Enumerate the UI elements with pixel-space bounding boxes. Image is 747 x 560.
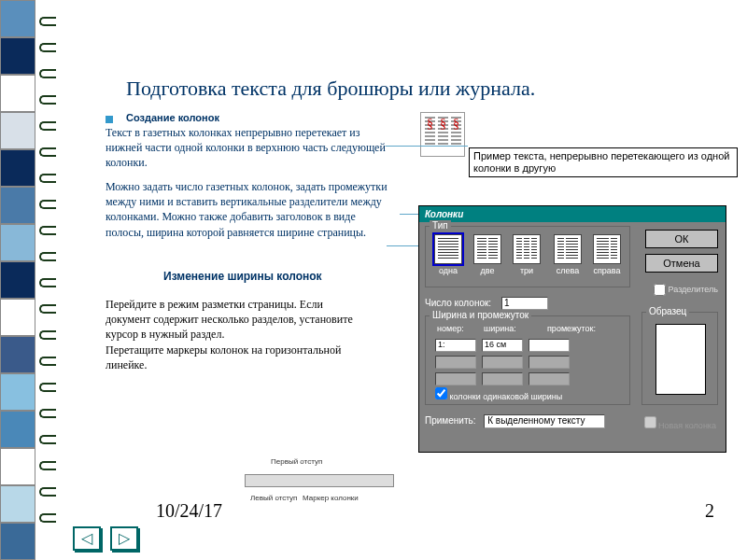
footer-page-number: 2 bbox=[705, 500, 714, 522]
wp-gap-2 bbox=[529, 356, 570, 369]
wp-width-3 bbox=[482, 372, 523, 385]
num-columns-label: Число колонок: bbox=[425, 298, 491, 308]
spiral-binding bbox=[39, 0, 58, 560]
subheading-1: Создание колонок bbox=[126, 112, 219, 123]
new-column-checkbox: Новая колонка bbox=[644, 416, 716, 430]
wp-width-2 bbox=[482, 356, 523, 369]
num-columns-row: Число колонок: 1 bbox=[425, 297, 548, 310]
col-opt-right[interactable]: справа bbox=[590, 234, 624, 275]
apply-label: Применить: bbox=[425, 415, 475, 426]
footer-date: 10/24/17 bbox=[156, 500, 222, 522]
sample-page-icon bbox=[655, 324, 706, 395]
col-opt-left[interactable]: слева bbox=[551, 234, 585, 275]
column-flow-icon: § § § bbox=[420, 112, 465, 157]
wp-gap-1[interactable] bbox=[529, 339, 570, 352]
cancel-button[interactable]: Отмена bbox=[645, 254, 718, 273]
sample-label: Образец bbox=[646, 306, 689, 316]
ruler-illustration: Первый отступ Левый отступ Маркер колонк… bbox=[245, 463, 394, 497]
paragraph-2: Можно задать число газетных колонок, зад… bbox=[106, 179, 395, 240]
wp-head-gap: промежуток: bbox=[547, 324, 596, 333]
ok-button[interactable]: ОК bbox=[645, 230, 718, 248]
separator-checkbox[interactable]: Разделитель bbox=[654, 284, 718, 296]
group-type: Тип одна две три слева справа bbox=[425, 226, 630, 287]
connector-line bbox=[386, 146, 468, 147]
ruler-label-left-indent: Левый отступ bbox=[250, 494, 297, 502]
wp-num-1[interactable]: 1: bbox=[435, 339, 476, 352]
wp-gap-3 bbox=[529, 372, 570, 385]
tooltip-box: Пример текста, непрерывно перетекающего … bbox=[469, 147, 738, 177]
page-title: Подготовка текста для брошюры или журнал… bbox=[126, 77, 535, 101]
side-color-strip bbox=[0, 0, 35, 560]
col-opt-two[interactable]: две bbox=[471, 234, 504, 275]
col-opt-one[interactable]: одна bbox=[431, 234, 465, 275]
columns-dialog: Колонки Тип одна две три слева справа ОК… bbox=[418, 205, 726, 453]
wp-head-width: ширина: bbox=[484, 324, 516, 333]
group-wp-label: Ширина и промежуток bbox=[430, 310, 531, 320]
group-type-label: Тип bbox=[430, 220, 451, 231]
group-width-gap: Ширина и промежуток номер: ширина: проме… bbox=[425, 315, 630, 405]
paragraph-3: Перейдите в режим разметки страницы. Есл… bbox=[106, 297, 367, 372]
wp-head-num: номер: bbox=[437, 324, 464, 333]
wp-width-1[interactable]: 16 см bbox=[482, 339, 523, 352]
paragraph-1: Текст в газетных колонках непрерывно пер… bbox=[106, 125, 395, 171]
ruler-label-first-indent: Первый отступ bbox=[271, 457, 322, 466]
wp-num-2 bbox=[435, 356, 476, 369]
equal-width-checkbox[interactable]: колонки одинаковой ширины bbox=[435, 387, 562, 401]
dialog-title: Колонки bbox=[419, 206, 726, 222]
apply-row: Применить: К выделенному тексту bbox=[425, 414, 605, 428]
col-opt-three[interactable]: три bbox=[510, 234, 543, 275]
subheading-2: Изменение ширины колонок bbox=[163, 270, 322, 283]
nav-next-button[interactable]: ▷ bbox=[110, 526, 138, 551]
ruler-label-column-marker: Маркер колонки bbox=[303, 494, 359, 502]
num-columns-input[interactable]: 1 bbox=[501, 297, 548, 310]
bullet-icon bbox=[106, 116, 113, 123]
group-sample: Образец bbox=[641, 312, 718, 405]
nav-prev-button[interactable]: ◁ bbox=[73, 526, 101, 551]
wp-num-3 bbox=[435, 372, 476, 385]
connector-line bbox=[400, 214, 418, 215]
apply-select[interactable]: К выделенному тексту bbox=[484, 414, 605, 428]
